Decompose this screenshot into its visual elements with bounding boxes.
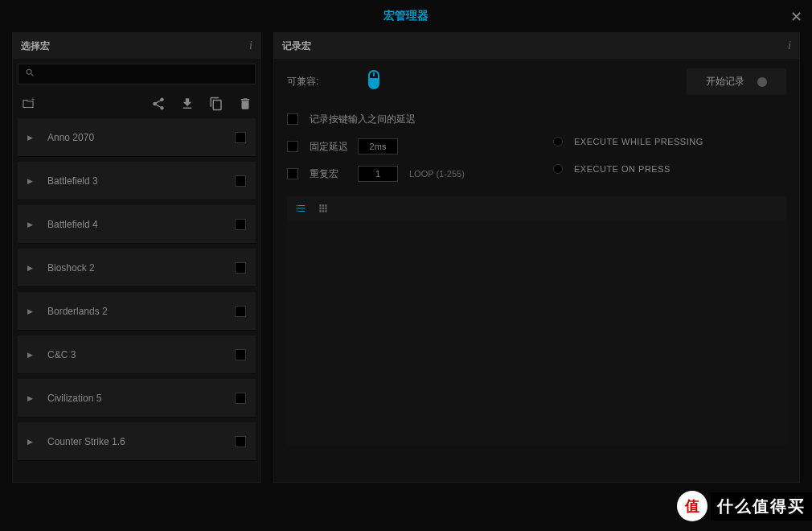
execute-while-pressing-radio[interactable]	[553, 137, 563, 146]
compatible-label: 可兼容:	[287, 75, 318, 88]
right-panel-header: 记录宏 i	[274, 33, 799, 59]
copy-icon[interactable]	[209, 97, 224, 111]
list-item[interactable]: ▶Counter Strike 1.6	[18, 422, 256, 461]
search-field[interactable]	[40, 68, 248, 80]
grid-view-button[interactable]	[318, 203, 329, 214]
record-macro-panel: 记录宏 i 可兼容: 开始记录	[273, 32, 800, 483]
titlebar: 宏管理器 ✕	[0, 0, 812, 32]
macro-name: Battlefield 3	[47, 175, 235, 187]
list-item[interactable]: ▶Battlefield 4	[18, 205, 256, 244]
macro-record-area	[287, 220, 786, 446]
delay-between-checkbox[interactable]	[287, 113, 298, 125]
macro-name: Civilization 5	[47, 393, 235, 404]
brand-text: 什么值得买	[711, 492, 812, 521]
chevron-right-icon: ▶	[27, 351, 33, 359]
execute-on-press-radio[interactable]	[553, 164, 563, 174]
chevron-right-icon: ▶	[27, 307, 33, 315]
checkbox[interactable]	[235, 393, 246, 404]
macro-name: Borderlands 2	[47, 306, 235, 317]
checkbox[interactable]	[235, 262, 246, 274]
execute-on-press-label: EXECUTE ON PRESS	[574, 164, 671, 174]
record-indicator-icon	[757, 77, 767, 87]
record-button-label: 开始记录	[706, 75, 744, 88]
info-icon[interactable]: i	[249, 39, 252, 52]
loop-hint: LOOP (1-255)	[409, 169, 465, 179]
fixed-delay-label: 固定延迟	[310, 140, 358, 154]
list-item[interactable]: ▶Anno 2070	[18, 118, 256, 157]
repeat-label: 重复宏	[310, 167, 358, 181]
list-item[interactable]: ▶Bioshock 2	[18, 249, 256, 287]
checkbox[interactable]	[235, 436, 246, 447]
list-item[interactable]: ▶Battlefield 3	[18, 162, 256, 200]
chevron-right-icon: ▶	[27, 394, 33, 402]
new-folder-icon[interactable]: +	[21, 97, 35, 111]
chevron-right-icon: ▶	[27, 220, 33, 228]
start-record-button[interactable]: 开始记录	[687, 68, 786, 95]
download-icon[interactable]	[180, 97, 195, 111]
macro-name: Battlefield 4	[47, 219, 235, 230]
delay-between-label: 记录按键输入之间的延迟	[310, 113, 416, 126]
chevron-right-icon: ▶	[27, 264, 33, 272]
left-panel-header: 选择宏 i	[13, 33, 260, 59]
chevron-right-icon: ▶	[27, 438, 33, 446]
select-macro-panel: 选择宏 i +	[12, 32, 261, 483]
mouse-icon	[367, 70, 381, 94]
list-item[interactable]: ▶Civilization 5	[18, 379, 256, 418]
checkbox[interactable]	[235, 132, 246, 143]
window-title: 宏管理器	[383, 9, 429, 23]
checkbox[interactable]	[235, 349, 246, 360]
chevron-right-icon: ▶	[27, 134, 33, 142]
macro-name: Bioshock 2	[47, 262, 235, 274]
search-input[interactable]	[18, 64, 256, 84]
macro-list: ▶Anno 2070 ▶Battlefield 3 ▶Battlefield 4…	[13, 118, 260, 482]
fixed-delay-input[interactable]: 2ms	[358, 138, 398, 154]
svg-text:+: +	[31, 97, 35, 103]
fixed-delay-checkbox[interactable]	[287, 141, 298, 152]
right-panel-title: 记录宏	[282, 39, 311, 53]
info-icon[interactable]: i	[788, 39, 791, 52]
repeat-input[interactable]: 1	[358, 166, 398, 182]
execute-while-pressing-label: EXECUTE WHILE PRESSING	[574, 137, 703, 146]
checkbox[interactable]	[235, 175, 246, 187]
list-item[interactable]: ▶C&C 3	[18, 335, 256, 374]
checkbox[interactable]	[235, 219, 246, 230]
checkbox[interactable]	[235, 306, 246, 317]
list-view-button[interactable]	[295, 203, 306, 214]
list-item[interactable]: ▶Borderlands 2	[18, 292, 256, 331]
macro-name: Anno 2070	[47, 132, 235, 143]
share-icon[interactable]	[151, 97, 166, 111]
view-toolbar	[287, 196, 786, 220]
left-toolbar: +	[13, 89, 260, 118]
search-icon	[25, 68, 35, 80]
watermark: 值 什么值得买	[677, 491, 812, 521]
macro-name: C&C 3	[47, 349, 235, 360]
brand-logo-icon: 值	[677, 491, 707, 521]
delete-icon[interactable]	[238, 97, 252, 111]
repeat-checkbox[interactable]	[287, 168, 298, 179]
left-panel-title: 选择宏	[21, 39, 50, 53]
chevron-right-icon: ▶	[27, 177, 33, 185]
close-icon[interactable]: ✕	[790, 8, 802, 26]
macro-name: Counter Strike 1.6	[47, 436, 235, 447]
